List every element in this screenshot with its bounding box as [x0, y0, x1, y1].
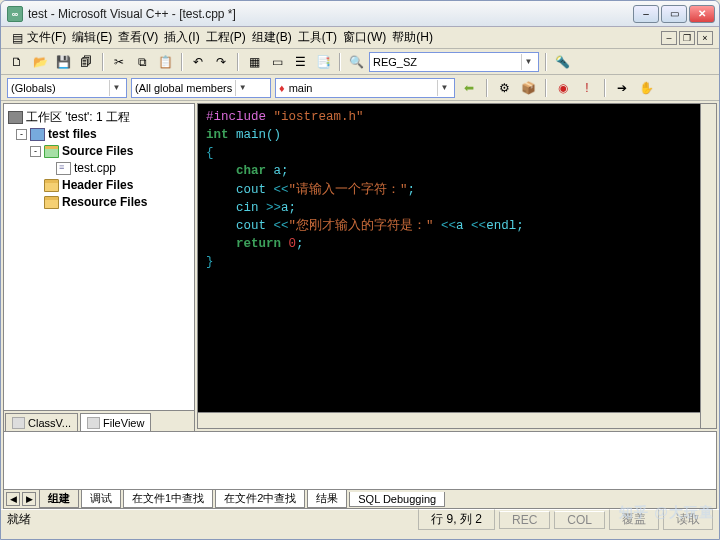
menu-edit[interactable]: 编辑(E): [72, 29, 112, 46]
stop-build-icon[interactable]: ◉: [553, 78, 573, 98]
separator: [545, 53, 546, 71]
maximize-button[interactable]: ▭: [661, 5, 687, 23]
code-token: ;: [408, 183, 416, 197]
output-icon[interactable]: ▭: [267, 52, 287, 72]
code-token: [434, 219, 442, 233]
close-button[interactable]: ✕: [689, 5, 715, 23]
code-editor[interactable]: #include "iostream.h" int main() { char …: [197, 103, 717, 429]
output-tab-find1[interactable]: 在文件1中查找: [123, 490, 213, 508]
output-tabs: ◀ ▶ 组建 调试 在文件1中查找 在文件2中查找 结果 SQL Debuggi…: [3, 489, 717, 509]
tree-file-item[interactable]: test.cpp: [8, 160, 190, 176]
window-title: test - Microsoft Visual C++ - [test.cpp …: [28, 7, 633, 21]
minimize-button[interactable]: –: [633, 5, 659, 23]
window-list-icon[interactable]: ☰: [290, 52, 310, 72]
output-tab-debug[interactable]: 调试: [81, 490, 121, 508]
code-token: <<: [441, 219, 456, 233]
code-token: ;: [296, 237, 304, 251]
save-icon[interactable]: 💾: [53, 52, 73, 72]
menu-file[interactable]: 文件(F): [27, 29, 66, 46]
tree-folder-label: Header Files: [62, 178, 133, 192]
code-token: cin: [236, 201, 266, 215]
window-controls: – ▭ ✕: [633, 5, 715, 23]
separator: [102, 53, 103, 71]
function-combo[interactable]: ♦ main▼: [275, 78, 455, 98]
find-combo-value: REG_SZ: [373, 56, 417, 68]
scope-combo[interactable]: (Globals)▼: [7, 78, 127, 98]
separator: [339, 53, 340, 71]
tab-label: 调试: [90, 492, 112, 504]
code-token: a: [456, 219, 471, 233]
project-icon: [30, 128, 45, 141]
code-token: cout: [236, 183, 274, 197]
tab-classview[interactable]: ClassV...: [5, 413, 78, 432]
horizontal-scrollbar[interactable]: [198, 412, 700, 428]
menu-insert[interactable]: 插入(I): [164, 29, 199, 46]
tab-nav-left-icon[interactable]: ◀: [6, 492, 20, 506]
menu-build[interactable]: 组建(B): [252, 29, 292, 46]
output-tab-sql[interactable]: SQL Debugging: [349, 492, 445, 507]
find-combo[interactable]: REG_SZ ▼: [369, 52, 539, 72]
code-token: int: [206, 128, 229, 142]
menu-help[interactable]: 帮助(H): [392, 29, 433, 46]
menu-tools[interactable]: 工具(T): [298, 29, 337, 46]
menu-project[interactable]: 工程(P): [206, 29, 246, 46]
output-tab-find2[interactable]: 在文件2中查找: [215, 490, 305, 508]
breakpoint-icon[interactable]: ✋: [636, 78, 656, 98]
chevron-down-icon: ▼: [235, 80, 249, 96]
code-token: a;: [281, 201, 296, 215]
find-tool-icon[interactable]: 🔦: [552, 52, 572, 72]
code-token: <<: [471, 219, 486, 233]
save-all-icon[interactable]: 🗐: [76, 52, 96, 72]
go-button[interactable]: ⬅: [459, 78, 479, 98]
code-token: }: [206, 255, 214, 269]
output-tab-build[interactable]: 组建: [39, 490, 79, 508]
code-token: "iostream.h": [274, 110, 364, 124]
members-combo[interactable]: (All global members▼: [131, 78, 271, 98]
status-read: 读取: [663, 509, 713, 530]
menu-window[interactable]: 窗口(W): [343, 29, 386, 46]
collapse-icon[interactable]: -: [16, 129, 27, 140]
tree-folder-header[interactable]: Header Files: [8, 177, 190, 193]
workspace-tree[interactable]: 工作区 'test': 1 工程 -test files -Source Fil…: [4, 104, 194, 410]
collapse-icon[interactable]: -: [30, 146, 41, 157]
tab-label: 组建: [48, 492, 70, 504]
tab-fileview[interactable]: FileView: [80, 413, 151, 432]
new-file-icon[interactable]: 🗋: [7, 52, 27, 72]
wizard-bar: (Globals)▼ (All global members▼ ♦ main▼ …: [1, 75, 719, 101]
tree-folder-resource[interactable]: Resource Files: [8, 194, 190, 210]
mdi-restore-button[interactable]: ❐: [679, 31, 695, 45]
workspace-icon: [8, 111, 23, 124]
find-icon[interactable]: 🔍: [346, 52, 366, 72]
cut-icon[interactable]: ✂: [109, 52, 129, 72]
vertical-scrollbar[interactable]: [700, 104, 716, 428]
mdi-minimize-button[interactable]: –: [661, 31, 677, 45]
function-value: main: [289, 82, 313, 94]
code-token: main(): [229, 128, 282, 142]
go-debug-icon[interactable]: ➔: [612, 78, 632, 98]
copy-icon[interactable]: ⧉: [132, 52, 152, 72]
folder-icon: [44, 196, 59, 209]
code-token: #include: [206, 110, 266, 124]
separator: [486, 79, 487, 97]
system-menu-icon[interactable]: ▤: [7, 28, 27, 48]
output-body[interactable]: [3, 431, 717, 489]
find-files-icon[interactable]: 📑: [313, 52, 333, 72]
tree-root[interactable]: 工作区 'test': 1 工程: [8, 109, 190, 125]
open-file-icon[interactable]: 📂: [30, 52, 50, 72]
workspace-icon[interactable]: ▦: [244, 52, 264, 72]
tree-folder-source[interactable]: -Source Files: [8, 143, 190, 159]
undo-icon[interactable]: ↶: [188, 52, 208, 72]
build-icon[interactable]: 📦: [518, 78, 538, 98]
menu-view[interactable]: 查看(V): [118, 29, 158, 46]
tree-project[interactable]: -test files: [8, 126, 190, 142]
output-tab-results[interactable]: 结果: [307, 490, 347, 508]
compile-icon[interactable]: ⚙: [494, 78, 514, 98]
separator: [181, 53, 182, 71]
mdi-close-button[interactable]: ×: [697, 31, 713, 45]
redo-icon[interactable]: ↷: [211, 52, 231, 72]
tree-file-label: test.cpp: [74, 161, 116, 175]
status-bar: 就绪 行 9, 列 2 REC COL 覆盖 读取: [1, 509, 719, 529]
paste-icon[interactable]: 📋: [155, 52, 175, 72]
execute-icon[interactable]: !: [577, 78, 597, 98]
tab-nav-right-icon[interactable]: ▶: [22, 492, 36, 506]
